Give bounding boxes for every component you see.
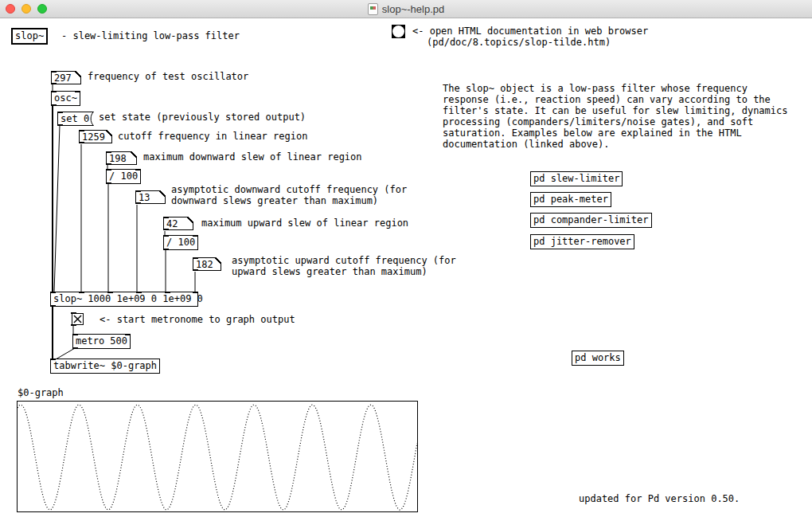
- inlet-nub: [79, 292, 84, 293]
- cutoff-comment: cutoff frequency in linear region: [118, 131, 307, 142]
- tabwrite-label: tabwrite~ $0-graph: [53, 360, 157, 371]
- subpatch-label: pd compander-limiter: [533, 214, 649, 225]
- osc-label: osc~: [54, 92, 77, 104]
- freq-osc-comment: frequency of test oscillator: [88, 71, 248, 82]
- outlet-nub: [11, 43, 17, 45]
- number-box-cutoff[interactable]: 1259: [79, 130, 112, 143]
- osc-object[interactable]: osc~: [51, 91, 80, 106]
- metronome-comment: <- start metronome to graph output: [100, 314, 295, 325]
- inlet-nub: [75, 91, 80, 92]
- set-state-comment: set state (previously stored output): [99, 112, 306, 123]
- doc-link-circle: [392, 25, 404, 37]
- graph-label: $0-graph: [18, 387, 64, 398]
- subpatch-works[interactable]: pd works: [572, 351, 624, 366]
- inlet-nub: [51, 91, 57, 92]
- toggle-x-icon: [72, 313, 84, 325]
- inlet-nub: [79, 130, 84, 131]
- metro-label: metro 500: [76, 335, 127, 347]
- outlet-nub: [50, 305, 56, 307]
- inlet-nub: [135, 190, 141, 192]
- inlet-nub: [165, 292, 170, 293]
- document-proxy-icon: [368, 3, 378, 15]
- inlet-nub: [163, 235, 169, 237]
- inlet-nub: [51, 71, 57, 72]
- asym-down-comment: asymptotic downward cutoff frequency (fo…: [171, 184, 407, 206]
- outlet-nub: [71, 324, 76, 326]
- subpatch-label: pd peak-meter: [533, 194, 608, 205]
- inlet-nub: [57, 112, 63, 113]
- inlet-nub: [193, 292, 198, 293]
- slop-main-object[interactable]: slop~ 1000 1e+09 0 1e+09 0: [50, 292, 198, 307]
- graph-wave-path: [18, 405, 417, 510]
- waveform-plot: [18, 402, 417, 511]
- outlet-nub: [79, 142, 84, 143]
- divide-label: / 100: [109, 170, 138, 182]
- slop-object-box[interactable]: slop~: [11, 28, 48, 45]
- subpatch-label: pd slew-limiter: [533, 173, 619, 184]
- inlet-nub: [193, 235, 198, 237]
- metronome-toggle[interactable]: [72, 313, 84, 325]
- metro-object[interactable]: metro 500: [72, 334, 131, 349]
- inlet-nub: [71, 312, 76, 314]
- inlet-nub: [72, 334, 78, 335]
- max-down-comment: maximum downward slew of linear region: [143, 151, 362, 163]
- divide-100-object-b[interactable]: / 100: [163, 235, 198, 250]
- patch-canvas: slop~ - slew-limiting low-pass filter <-…: [0, 18, 812, 529]
- inlet-nub: [106, 169, 111, 170]
- subpatch-label: pd jitter-remover: [533, 236, 631, 247]
- number-box-asym-down[interactable]: 13: [135, 190, 166, 204]
- number-value: 42: [166, 218, 178, 229]
- number-box-max-down[interactable]: 198: [106, 151, 137, 165]
- updated-comment: updated for Pd version 0.50.: [579, 493, 740, 504]
- number-value: 1259: [82, 131, 105, 143]
- outlet-nub: [51, 83, 57, 84]
- html-doc-link-icon[interactable]: [392, 25, 405, 38]
- subpatch-jitter-remover[interactable]: pd jitter-remover: [530, 234, 634, 249]
- set-state-message[interactable]: set 0: [57, 112, 94, 126]
- inlet-nub: [193, 257, 198, 259]
- outlet-nub: [106, 182, 111, 184]
- subpatch-compander-limiter[interactable]: pd compander-limiter: [530, 213, 652, 228]
- html-path-comment: (pd/doc/8.topics/slop-tilde.htm): [427, 37, 611, 48]
- cord-set0-slop: [54, 125, 60, 292]
- waveform-graph: [17, 401, 418, 512]
- message-label: set 0: [61, 113, 89, 125]
- inlet-nub: [107, 292, 113, 293]
- outlet-nub: [163, 249, 169, 250]
- divide-label: / 100: [166, 237, 195, 248]
- cord-metro-tabwrite: [56, 348, 75, 359]
- outlet-nub: [193, 269, 198, 271]
- inlet-nub: [50, 292, 56, 293]
- pd-window: slop~-help.pd slop~ - slew-limiting low-…: [0, 0, 812, 529]
- inlet-nub: [136, 292, 142, 293]
- inlet-nub: [163, 217, 169, 218]
- number-box-asym-up[interactable]: 182: [193, 257, 221, 271]
- number-box-max-up[interactable]: 42: [163, 217, 193, 230]
- inlet-nub: [135, 169, 141, 170]
- outlet-nub: [135, 202, 141, 204]
- subpatch-label: pd works: [575, 352, 621, 363]
- outlet-nub: [106, 163, 111, 165]
- outlet-nub: [72, 347, 78, 349]
- inlet-nub: [106, 151, 111, 153]
- outlet-nub: [57, 124, 63, 126]
- inlet-nub: [125, 334, 131, 335]
- open-html-comment: <- open HTML documentation in web browse…: [412, 25, 648, 37]
- number-value: 198: [109, 153, 127, 164]
- description-comment: The slop~ object is a low-pass filter wh…: [443, 83, 787, 150]
- subpatch-peak-meter[interactable]: pd peak-meter: [530, 192, 611, 207]
- divide-100-object-a[interactable]: / 100: [106, 169, 141, 184]
- subpatch-slew-limiter[interactable]: pd slew-limiter: [530, 171, 623, 186]
- number-value: 297: [54, 72, 72, 84]
- max-up-comment: maximum upward slew of linear region: [201, 217, 408, 229]
- title-bar: slop~-help.pd: [0, 0, 812, 18]
- window-title: slop~-help.pd: [382, 3, 444, 15]
- slop-main-label: slop~ 1000 1e+09 0 1e+09 0: [53, 293, 203, 304]
- number-box-frequency[interactable]: 297: [51, 71, 81, 84]
- tabwrite-object[interactable]: tabwrite~ $0-graph: [50, 359, 160, 374]
- header-comment: - slew-limiting low-pass filter: [61, 30, 240, 41]
- slop-object-label: slop~: [15, 30, 44, 41]
- number-value: 182: [196, 259, 213, 270]
- inlet-nub: [50, 359, 56, 360]
- outlet-nub: [51, 104, 57, 106]
